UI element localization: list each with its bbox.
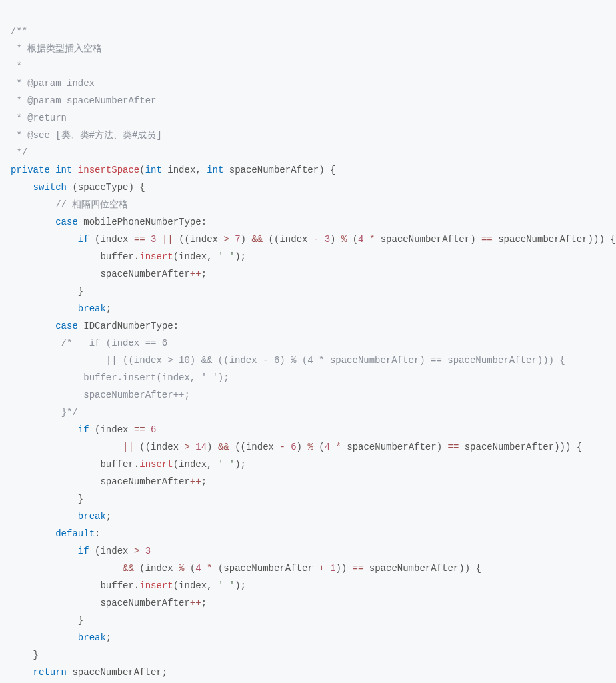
pn: ( [241, 442, 246, 452]
num-7: 7 [235, 234, 240, 245]
num-3: 3 [325, 234, 330, 245]
pn: : [173, 321, 179, 331]
id-sna: spaceNumberAfter [100, 598, 189, 608]
doc-param2: * @param spaceNumberAfter [11, 95, 156, 106]
id-index: index [246, 442, 274, 452]
cmt-blk5: }*/ [61, 407, 78, 418]
pn: ; [201, 476, 207, 487]
fn-insert: insert [139, 251, 173, 262]
id-index: index [100, 424, 128, 435]
pn: . [134, 580, 139, 591]
id-index: index [100, 546, 128, 556]
op-star: * [207, 563, 212, 574]
num-6: 6 [151, 424, 156, 435]
pn: ; [241, 251, 246, 262]
id-sna: spaceNumberAfter [498, 234, 587, 245]
id-index: index [179, 251, 207, 262]
num-6: 6 [291, 442, 296, 452]
op-pct: % [179, 563, 184, 574]
op-and: && [123, 563, 134, 574]
pn: ( [139, 563, 145, 574]
id-index: index [167, 165, 195, 175]
pn: ) [341, 563, 347, 574]
cmt-four: // 相隔四位空格 [55, 199, 128, 210]
pn: , [207, 580, 212, 591]
kw-int: int [145, 165, 162, 175]
id-idcard: IDCardNumberType [83, 321, 173, 331]
kw-switch: switch [33, 182, 67, 193]
op-gt: > [134, 546, 139, 556]
pn: : [201, 217, 207, 227]
pn: ( [269, 234, 274, 245]
num-3: 3 [145, 546, 151, 556]
pn: { [475, 563, 481, 574]
doc-return: * @return [11, 113, 67, 123]
pn: . [134, 459, 139, 470]
str-space: ' ' [218, 580, 235, 591]
pn: ) [207, 442, 212, 452]
pn: { [610, 234, 615, 245]
pn: ) [235, 251, 240, 262]
id-buffer: buffer [100, 580, 133, 591]
pn: ; [162, 667, 167, 678]
pn: { [139, 182, 145, 193]
op-pct: % [307, 442, 313, 452]
pn: . [134, 251, 139, 262]
pn: ) [235, 580, 240, 591]
op-gt: > [223, 234, 229, 245]
id-index: index [279, 234, 307, 245]
pn: ) [335, 563, 341, 574]
fn-insertSpace: insertSpace [78, 165, 139, 175]
pn: ( [353, 234, 358, 245]
pn: ( [319, 442, 324, 452]
cmt-blk4: spaceNumberAfter++; [61, 390, 190, 400]
pn: ) [560, 442, 565, 452]
kw-break: break [78, 511, 106, 522]
pn: ; [106, 632, 111, 643]
doc-desc: * 根据类型插入空格 [11, 43, 102, 54]
id-index: index [190, 234, 218, 245]
doc-close: */ [11, 147, 27, 158]
id-sna: spaceNumberAfter [100, 269, 189, 279]
doc-see: * @see [类、类#方法、类#成员] [11, 130, 162, 141]
id-index: index [145, 563, 173, 574]
num-3: 3 [151, 234, 156, 245]
pn: ) [319, 165, 324, 175]
id-sna: spaceNumberAfter [100, 476, 189, 487]
id-sna: spaceNumberAfter [223, 563, 313, 574]
code-block: /** * 根据类型插入空格 * * @param index * @param… [0, 0, 616, 683]
op-eqeq: == [353, 563, 364, 574]
kw-if: if [78, 424, 89, 435]
pn: { [330, 165, 335, 175]
cmt-blk3: buffer.insert(index, ' '); [61, 372, 229, 383]
pn: , [195, 165, 201, 175]
id-spaceNumberAfter: spaceNumberAfter [229, 165, 319, 175]
pn: } [78, 494, 83, 504]
id-index: index [151, 442, 179, 452]
kw-return: return [33, 667, 67, 678]
id-mobile: mobilePhoneNumberType [83, 217, 201, 227]
pn: ) [330, 234, 335, 245]
pn: ; [241, 580, 246, 591]
pn: ; [241, 459, 246, 470]
op-eqeq: == [447, 442, 459, 452]
pn: ) [437, 442, 442, 452]
str-space: ' ' [218, 459, 235, 470]
id-sna: spaceNumberAfter [381, 234, 470, 245]
pn: ( [173, 580, 179, 591]
pn: ) [235, 459, 240, 470]
id-buffer: buffer [100, 251, 133, 262]
kw-private: private [11, 165, 50, 175]
pn: ; [201, 598, 207, 608]
doc-blank: * [11, 61, 22, 71]
fn-insert: insert [139, 580, 173, 591]
pn: ; [201, 269, 207, 279]
pn: ( [173, 251, 179, 262]
pn: ) [241, 234, 246, 245]
kw-default: default [55, 528, 95, 539]
pn: ) [565, 442, 571, 452]
op-inc: ++ [190, 269, 201, 279]
id-spaceType: spaceType [78, 182, 129, 193]
op-star: * [335, 442, 341, 452]
kw-case: case [55, 321, 78, 331]
